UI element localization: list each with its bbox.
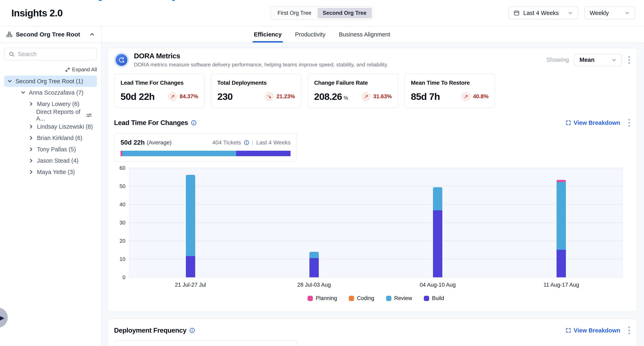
deployment-section-title: Deployment Frequency (114, 327, 186, 334)
tree-item-second-org-tree-root-1[interactable]: Second Org Tree Root (1) (4, 76, 97, 87)
legend-swatch (308, 296, 313, 301)
y-axis-tick-label: 60 (114, 165, 126, 171)
bar-segment-review (433, 187, 442, 210)
chevron-down-icon[interactable] (20, 90, 26, 95)
legend-swatch (349, 296, 354, 301)
stat-card-total-deployments: Total Deployments230↘21.23% (211, 74, 302, 108)
legend-item-build[interactable]: Build (424, 295, 444, 301)
lead-time-kebab-menu[interactable] (627, 118, 631, 128)
toggle-first-org-tree[interactable]: First Org Tree (272, 8, 317, 18)
summary-period: Last 4 Weeks (256, 139, 290, 146)
y-axis-tick-label: 30 (114, 220, 126, 226)
legend-swatch (424, 296, 429, 301)
tree-item-anna-scozzafava-7[interactable]: Anna Scozzafava (7) (4, 87, 97, 98)
toggle-second-org-tree[interactable]: Second Org Tree (317, 8, 372, 18)
chart-legend: PlanningCodingReviewBuild (129, 295, 623, 301)
view-breakdown-label: View Breakdown (574, 327, 620, 334)
expand-corners-icon (566, 328, 571, 333)
sub-bar: Second Org Tree Root Efficiency Producti… (0, 26, 644, 43)
expand-corners-icon (566, 120, 571, 126)
search-input[interactable] (18, 51, 94, 57)
tree-item-brian-kirkland-6[interactable]: Brian Kirkland (6) (4, 132, 97, 144)
search-icon (8, 51, 14, 57)
stacked-bar-11-aug-17-aug[interactable] (556, 180, 566, 277)
top-edge-artifact (98, 0, 102, 1)
aggregation-value: Mean (580, 56, 594, 63)
sidebar-header: Second Org Tree Root (0, 26, 102, 42)
dora-metrics-panel: DORA Metrics DORA metrics measure softwa… (108, 48, 637, 312)
info-icon[interactable] (191, 120, 196, 126)
tab-efficiency[interactable]: Efficiency (254, 26, 282, 42)
stat-card-title: Change Failure Rate (314, 80, 392, 86)
filter-sliders-icon[interactable] (86, 112, 92, 118)
org-tree-sidebar: Expand All Second Org Tree Root (1)Anna … (0, 43, 102, 346)
lead-time-view-breakdown-button[interactable]: View Breakdown (566, 120, 620, 126)
org-tree: Second Org Tree Root (1)Anna Scozzafava … (4, 76, 97, 178)
tree-item-label: Anna Scozzafava (7) (29, 89, 84, 96)
sidebar-collapse-chevron-up-icon[interactable] (89, 32, 95, 37)
tree-item-lindsay-liszewski-8[interactable]: Lindsay Liszewski (8) (4, 121, 97, 132)
stat-card-title: Lead Time For Changes (120, 80, 198, 86)
stacked-bar-28-jul-03-aug[interactable] (310, 252, 319, 277)
tree-item-maya-yette-3[interactable]: Maya Yette (3) (4, 166, 97, 178)
chevron-right-icon[interactable] (28, 169, 34, 174)
org-tree-toggle: First Org Tree Second Org Tree (271, 6, 374, 20)
page-title: Insights 2.0 (11, 7, 62, 19)
chevron-right-icon[interactable] (28, 101, 34, 107)
aggregation-select[interactable]: Mean (574, 54, 622, 66)
dora-kebab-menu[interactable] (627, 55, 631, 65)
trend-delta: 84.37% (180, 93, 198, 100)
expand-all-button[interactable]: Expand All (4, 66, 97, 73)
stacked-bar-21-jul-27-jul[interactable] (186, 175, 195, 277)
bar-segment-build (310, 258, 319, 277)
gridline (129, 186, 623, 186)
chevron-down-icon (624, 10, 630, 15)
chevron-right-icon[interactable] (28, 135, 34, 141)
deployment-kebab-menu[interactable] (627, 325, 631, 336)
granularity-select[interactable]: Weekly (584, 6, 635, 19)
tree-item-jason-stead-4[interactable]: Jason Stead (4) (4, 155, 97, 166)
deployment-view-breakdown-button[interactable]: View Breakdown (566, 327, 620, 334)
tree-item-mary-lowery-6[interactable]: Mary Lowery (6) (4, 98, 97, 110)
tab-business-alignment[interactable]: Business Alignment (339, 26, 390, 42)
phase-segment-review (122, 151, 236, 156)
chevron-down-icon[interactable] (7, 79, 12, 84)
info-icon[interactable] (189, 328, 195, 333)
gridline (129, 168, 623, 168)
x-axis-tick-label: 21 Jul-27 Jul (175, 282, 206, 288)
bar-segment-review (556, 182, 566, 250)
trend-delta: 31.63% (373, 93, 392, 100)
tree-item-direct-reports-of-a[interactable]: Direct Reports of A... (4, 110, 97, 121)
deployment-frequency-panel: Deployment Frequency (108, 319, 637, 346)
view-breakdown-label: View Breakdown (574, 120, 620, 126)
y-axis-tick-label: 50 (114, 183, 126, 189)
trend-badge: ↗31.63% (361, 92, 392, 101)
legend-item-planning[interactable]: Planning (308, 295, 337, 301)
bar-segment-build (186, 256, 195, 277)
tree-item-label: Tony Pallas (5) (37, 146, 76, 153)
stacked-bar-04-aug-10-aug[interactable] (433, 187, 442, 277)
legend-item-coding[interactable]: Coding (349, 295, 374, 301)
gridline (129, 204, 623, 205)
date-range-select[interactable]: Last 4 Weeks (508, 6, 578, 19)
tree-item-tony-pallas-5[interactable]: Tony Pallas (5) (4, 144, 97, 155)
tickets-count: 404 Tickets (212, 139, 241, 146)
gridline (129, 222, 623, 223)
trend-badge: ↗40.8% (461, 92, 488, 101)
chevron-right-icon[interactable] (28, 147, 34, 152)
org-tree-icon (6, 31, 12, 38)
trend-delta: 40.8% (473, 93, 488, 100)
bar-segment-build (433, 210, 442, 277)
info-icon[interactable] (244, 140, 249, 145)
sidebar-search (4, 48, 97, 60)
tab-productivity[interactable]: Productivity (295, 26, 326, 42)
chevron-right-icon[interactable] (28, 124, 34, 129)
chevron-right-icon[interactable] (28, 158, 34, 163)
stat-card-value: 230 (217, 91, 232, 102)
legend-item-review[interactable]: Review (386, 295, 412, 301)
stat-card-value: 50d 22h (120, 91, 154, 102)
trend-up-arrow-icon: ↗ (361, 92, 371, 101)
stat-card-title: Total Deployments (217, 80, 295, 86)
dora-subtitle: DORA metrics measure software delivery p… (134, 62, 388, 68)
bar-segment-review (310, 252, 319, 258)
